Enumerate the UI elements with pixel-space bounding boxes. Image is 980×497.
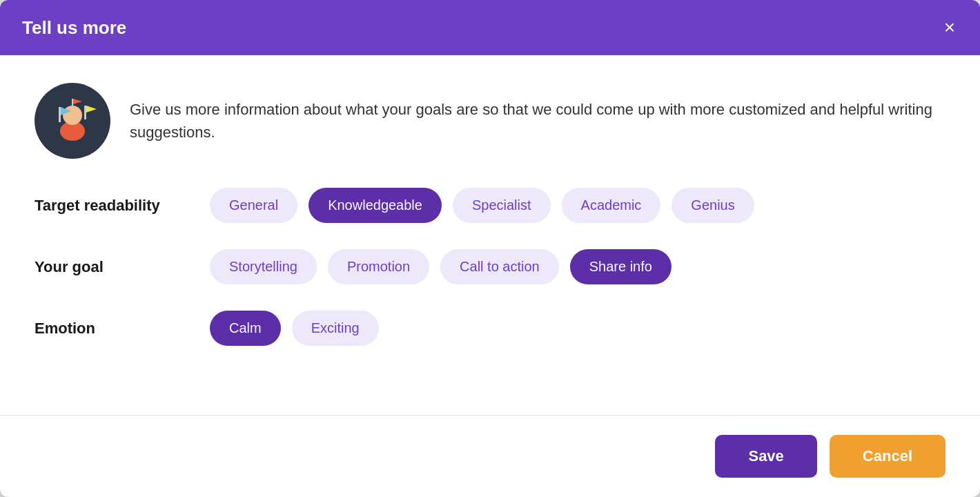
- intro-text: Give us more information about what your…: [130, 98, 945, 144]
- chips-your_goal: StorytellingPromotionCall to actionShare…: [210, 249, 672, 284]
- save-button[interactable]: Save: [715, 435, 816, 478]
- chip-exciting[interactable]: Exciting: [292, 311, 379, 346]
- svg-marker-5: [86, 106, 97, 113]
- chip-specialist[interactable]: Specialist: [453, 188, 551, 223]
- svg-rect-2: [59, 107, 61, 122]
- row-emotion: EmotionCalmExciting: [35, 311, 945, 346]
- chip-call_to_action[interactable]: Call to action: [440, 249, 559, 284]
- rows-container: Target readabilityGeneralKnowledgeableSp…: [35, 188, 945, 372]
- label-target_readability: Target readability: [35, 197, 193, 215]
- modal-body: Give us more information about what your…: [0, 55, 980, 416]
- modal-footer: Save Cancel: [0, 416, 980, 497]
- avatar: [35, 83, 110, 159]
- chip-academic[interactable]: Academic: [562, 188, 661, 223]
- label-emotion: Emotion: [35, 320, 193, 338]
- chip-general[interactable]: General: [210, 188, 297, 223]
- svg-rect-4: [84, 106, 86, 119]
- label-your_goal: Your goal: [35, 258, 193, 276]
- cancel-button[interactable]: Cancel: [830, 435, 945, 478]
- svg-rect-6: [72, 99, 73, 108]
- chip-calm[interactable]: Calm: [210, 311, 281, 346]
- chip-knowledgeable[interactable]: Knowledgeable: [308, 188, 442, 223]
- modal-title: Tell us more: [22, 17, 126, 39]
- modal-header: Tell us more ×: [0, 0, 980, 55]
- chip-promotion[interactable]: Promotion: [328, 249, 429, 284]
- chips-target_readability: GeneralKnowledgeableSpecialistAcademicGe…: [210, 188, 754, 223]
- tell-us-more-modal: Tell us more ×: [0, 0, 980, 497]
- svg-point-1: [63, 106, 82, 125]
- close-button[interactable]: ×: [941, 15, 958, 40]
- chip-genius[interactable]: Genius: [672, 188, 754, 223]
- chip-storytelling[interactable]: Storytelling: [210, 249, 317, 284]
- row-your_goal: Your goalStorytellingPromotionCall to ac…: [35, 249, 945, 284]
- intro-section: Give us more information about what your…: [35, 83, 945, 159]
- chips-emotion: CalmExciting: [210, 311, 379, 346]
- chip-share_info[interactable]: Share info: [570, 249, 672, 284]
- svg-marker-7: [73, 99, 82, 104]
- row-target_readability: Target readabilityGeneralKnowledgeableSp…: [35, 188, 945, 223]
